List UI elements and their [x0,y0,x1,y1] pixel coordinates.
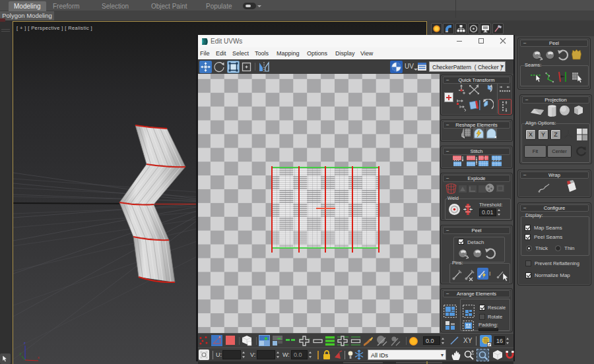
svg-text:y: y [20,351,22,355]
svg-text:x: x [38,355,40,359]
svg-text:z: z [24,341,26,345]
